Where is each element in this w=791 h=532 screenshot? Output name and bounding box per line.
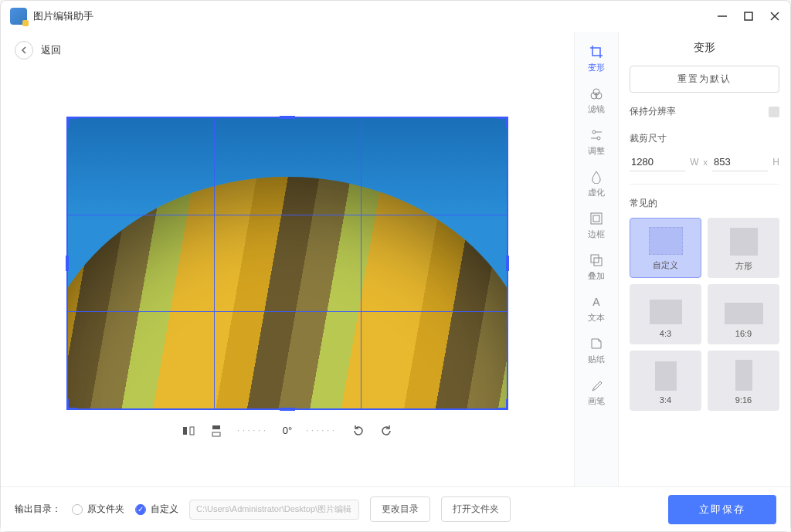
preset-custom[interactable]: 自定义 (630, 218, 701, 278)
preset-label: 3:4 (660, 395, 671, 405)
svg-rect-15 (591, 213, 602, 224)
rotate-slider-left[interactable]: ······ (237, 426, 269, 435)
crop-handle-top[interactable] (280, 116, 295, 119)
tool-sticker[interactable]: 贴纸 (576, 331, 616, 370)
crop-handle-tr[interactable] (497, 117, 508, 127)
preset-thumbnail (650, 300, 682, 324)
rotate-slider-right[interactable]: ······ (306, 426, 338, 435)
tool-blur[interactable]: 虚化 (576, 164, 616, 203)
adjust-icon (589, 127, 604, 143)
crop-handle-left[interactable] (66, 256, 69, 271)
tool-transform[interactable]: 变形 (576, 39, 616, 78)
tool-overlay[interactable]: 叠加 (576, 248, 616, 286)
tool-label: 虚化 (588, 187, 605, 198)
output-dir-label: 输出目录： (15, 503, 61, 516)
radio-original-folder[interactable]: 原文件夹 (72, 503, 124, 516)
crop-handle-br[interactable] (497, 399, 508, 410)
preset-label: 9:16 (735, 395, 752, 405)
app-icon (10, 8, 27, 25)
svg-rect-17 (591, 255, 599, 263)
sticker-icon (589, 336, 604, 351)
save-button[interactable]: 立即保存 (668, 495, 776, 524)
preset-thumbnail (725, 303, 763, 324)
preset-3-4[interactable]: 3:4 (630, 351, 701, 411)
keep-resolution-row: 保持分辨率 (630, 105, 779, 118)
preset-thumbnail (655, 361, 677, 391)
rotate-ccw-icon[interactable] (351, 424, 365, 438)
svg-rect-1 (745, 12, 752, 20)
crop-handle-bl[interactable] (66, 399, 77, 410)
keep-resolution-checkbox[interactable] (769, 107, 779, 117)
open-folder-button[interactable]: 打开文件夹 (441, 496, 511, 522)
maximize-button[interactable] (742, 10, 755, 22)
tool-brush[interactable]: 画笔 (576, 373, 616, 412)
close-button[interactable] (769, 10, 781, 22)
preset-thumbnail (730, 228, 758, 256)
tool-label: 滤镜 (588, 103, 605, 115)
preset-9-16[interactable]: 9:16 (708, 351, 779, 411)
svg-point-13 (597, 137, 600, 140)
minimize-button[interactable] (716, 10, 728, 22)
preset-label: 16:9 (735, 329, 752, 338)
crop-handle-tl[interactable] (66, 117, 77, 127)
radio-icon (72, 504, 83, 515)
reset-button[interactable]: 重置为默认 (630, 66, 779, 93)
grid-line (68, 215, 507, 215)
grid-line (68, 311, 507, 312)
tool-label: 叠加 (588, 270, 605, 282)
preset-thumbnail (735, 360, 752, 391)
crop-icon (589, 44, 604, 59)
crop-canvas[interactable] (66, 117, 508, 410)
keep-resolution-label: 保持分辨率 (630, 105, 676, 118)
tool-column: 变形 滤镜 调整 虚化 边框 叠加 A (574, 32, 619, 486)
tool-frame[interactable]: 边框 (576, 206, 616, 245)
back-row: 返回 (1, 41, 574, 59)
grid-line (361, 118, 362, 408)
crop-handle-bottom[interactable] (280, 408, 295, 411)
h-suffix: H (772, 157, 779, 168)
radio-custom-folder[interactable]: 自定义 (135, 503, 178, 516)
crop-width-input[interactable] (630, 153, 685, 171)
tool-label: 边框 (588, 229, 605, 240)
crop-handle-right[interactable] (506, 256, 509, 271)
svg-rect-7 (212, 432, 220, 436)
image-preview (68, 118, 507, 408)
titlebar-left: 图片编辑助手 (10, 8, 93, 25)
tool-text[interactable]: A 文本 (576, 290, 616, 328)
panel-title: 变形 (630, 41, 779, 55)
blur-icon (589, 169, 604, 185)
right-panel: 变形 重置为默认 保持分辨率 裁剪尺寸 W x H 常见的 自定义 (619, 32, 790, 486)
flip-horizontal-icon[interactable] (182, 424, 195, 438)
rotation-value: 0° (283, 425, 292, 436)
canvas-area: ······ 0° ······ (1, 75, 574, 486)
preset-square[interactable]: 方形 (708, 218, 779, 278)
chevron-left-icon (21, 46, 27, 54)
radio-icon-checked (135, 504, 146, 515)
crop-size-row: W x H (630, 153, 779, 185)
preset-thumbnail (649, 227, 683, 255)
window-controls (716, 10, 781, 22)
flip-vertical-icon[interactable] (209, 424, 223, 438)
preset-label: 方形 (735, 260, 752, 272)
overlay-icon (589, 252, 604, 268)
main-area: 返回 (1, 32, 790, 486)
preset-label: 4:3 (660, 329, 671, 338)
radio-label: 自定义 (151, 503, 178, 516)
preset-4-3[interactable]: 4:3 (630, 284, 701, 344)
svg-rect-16 (593, 215, 599, 222)
crop-height-input[interactable] (712, 153, 768, 171)
output-path-input[interactable] (189, 500, 359, 520)
tool-filter[interactable]: 滤镜 (576, 81, 616, 120)
crop-size-label: 裁剪尺寸 (630, 132, 779, 145)
change-dir-button[interactable]: 更改目录 (370, 496, 430, 522)
rotate-cw-icon[interactable] (379, 424, 393, 438)
app-window: 图片编辑助手 返回 (0, 0, 791, 532)
svg-rect-4 (183, 427, 187, 435)
tool-label: 画笔 (588, 395, 605, 407)
tool-adjust[interactable]: 调整 (576, 123, 616, 161)
preset-grid: 自定义 方形 4:3 16:9 3:4 (630, 218, 779, 411)
back-button[interactable] (15, 41, 33, 59)
svg-rect-6 (212, 425, 220, 429)
preset-16-9[interactable]: 16:9 (708, 284, 779, 344)
presets-label: 常见的 (630, 197, 779, 210)
